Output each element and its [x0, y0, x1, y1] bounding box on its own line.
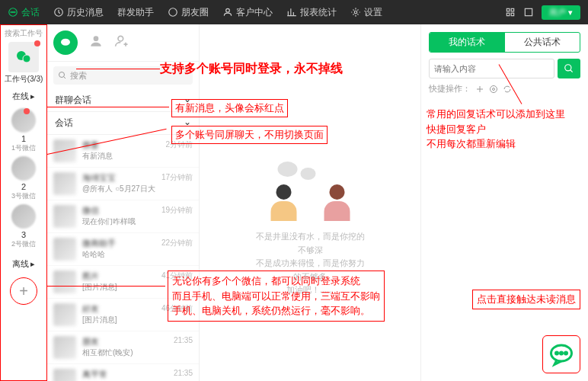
- chat-name: 微信: [82, 205, 155, 216]
- clock-icon: [53, 7, 64, 18]
- chat-preview: [图片消息]: [82, 282, 155, 293]
- chat-search-input[interactable]: 搜索: [53, 66, 193, 85]
- work-count-label: 工作号(3/3): [5, 74, 43, 85]
- svg-rect-8: [507, 8, 510, 11]
- chat-time: 41分钟前: [161, 271, 193, 293]
- nav-history[interactable]: 历史消息: [53, 6, 104, 19]
- script-panel: 我的话术 公共话术 快捷操作：: [420, 24, 588, 381]
- refresh-icon[interactable]: [503, 85, 512, 94]
- svg-rect-12: [525, 8, 532, 15]
- add-contact-icon[interactable]: [114, 34, 129, 53]
- group-chat-header[interactable]: 群聊会话⌄: [47, 89, 199, 112]
- svg-rect-11: [511, 13, 514, 16]
- account-item[interactable]: 11号微信: [11, 108, 36, 153]
- chat-time: 21:35: [174, 369, 193, 381]
- chat-mode-button[interactable]: [53, 30, 78, 55]
- nav-reports[interactable]: 报表统计: [286, 6, 337, 19]
- contacts-icon[interactable]: [88, 34, 104, 53]
- quick-ops-row: 快捷操作：: [429, 83, 580, 94]
- svg-point-3: [14, 11, 15, 12]
- chat-icon: [8, 7, 18, 18]
- chat-avatar: [53, 369, 76, 381]
- empty-state-illustration: 不是井里没有水，而是你挖的不够深 不是成功来得慢，而是你努力的不够多 加油吧！.…: [255, 162, 366, 297]
- chat-name: 海绵宝宝: [82, 172, 155, 184]
- nav-moments[interactable]: 朋友圈: [168, 6, 209, 19]
- search-icon: [564, 63, 574, 74]
- account-sidebar: 搜索工作号 工作号(3/3) 在线 ▸ 11号微信23号微信32号微信 离线 ▸…: [0, 24, 47, 381]
- chat-item[interactable]: 好友[图片消息]46分钟前: [47, 299, 199, 331]
- top-navbar: 会话 历史消息 群发助手 朋友圈 客户中心 报表统计 设置 用户 ▾: [0, 0, 588, 24]
- add-icon[interactable]: [475, 85, 484, 94]
- chat-name: 图片: [82, 271, 155, 282]
- nav-session[interactable]: 会话: [8, 6, 40, 19]
- chat-name: 离平常: [82, 369, 168, 380]
- settings-icon[interactable]: [489, 85, 498, 94]
- chat-avatar: [53, 238, 76, 261]
- notification-dot: [24, 108, 30, 114]
- chevron-down-icon: ⌄: [184, 94, 191, 107]
- chat-avatar: [53, 205, 76, 228]
- account-avatar: [11, 204, 36, 229]
- chat-preview: 现在你们咋样哦: [82, 216, 155, 227]
- tab-public-scripts[interactable]: 公共话术: [505, 33, 580, 52]
- search-icon: [58, 71, 67, 80]
- online-section[interactable]: 在线 ▸: [12, 91, 35, 102]
- chat-preview: [图片消息]: [82, 315, 155, 325]
- add-account-button[interactable]: +: [10, 277, 37, 305]
- account-label: 3号微信: [11, 191, 36, 201]
- chat-name: 撩妻: [82, 139, 159, 151]
- account-number: 1: [21, 134, 26, 143]
- chat-time: 2分钟前: [165, 139, 193, 162]
- chat-item[interactable]: 撩妻有新消息2分钟前: [47, 135, 199, 168]
- chat-item[interactable]: 图片[图片消息]41分钟前: [47, 266, 199, 299]
- account-item[interactable]: 23号微信: [11, 156, 36, 201]
- chat-item[interactable]: 海绵宝宝@所有人 ○5月27日大...17分钟前: [47, 168, 199, 200]
- chat-name: 微商助手: [82, 238, 155, 249]
- svg-point-15: [61, 39, 70, 46]
- speech-icon: [59, 36, 72, 50]
- nav-customer[interactable]: 客户中心: [222, 6, 273, 19]
- search-worknum-label: 搜索工作号: [5, 28, 43, 39]
- account-avatar: [11, 156, 36, 181]
- svg-rect-9: [511, 8, 514, 11]
- svg-point-1: [11, 11, 11, 12]
- chat-list: 撩妻有新消息2分钟前海绵宝宝@所有人 ○5月27日大...17分钟前微信现在你们…: [47, 135, 199, 381]
- svg-point-7: [354, 11, 357, 14]
- offline-section[interactable]: 离线 ▸: [12, 258, 35, 270]
- chat-time: 21:35: [174, 336, 193, 359]
- chat-time: 17分钟前: [161, 172, 193, 195]
- script-search-input[interactable]: [429, 59, 554, 78]
- grid-icon[interactable]: [505, 7, 516, 18]
- account-label: 1号微信: [11, 143, 36, 153]
- account-item[interactable]: 32号微信: [11, 204, 36, 249]
- nav-settings[interactable]: 设置: [350, 6, 382, 19]
- svg-rect-10: [507, 13, 510, 16]
- session-header[interactable]: 会话⌄: [47, 112, 199, 135]
- chat-preview: @所有人 ○5月27日大...: [82, 184, 155, 194]
- nav-groupsend[interactable]: 群发助手: [117, 6, 154, 19]
- topbar-right: 用户 ▾: [505, 5, 580, 20]
- svg-point-21: [491, 85, 497, 92]
- moments-icon: [168, 7, 178, 18]
- notification-dot: [34, 40, 40, 46]
- chat-name: 好友: [82, 303, 155, 315]
- user-badge[interactable]: 用户 ▾: [542, 5, 580, 20]
- account-label: 2号微信: [11, 239, 36, 249]
- chat-item[interactable]: 朋友相互都忙(晚安)21:35: [47, 331, 199, 364]
- user-icon: [222, 7, 233, 18]
- chat-item[interactable]: 微商助手哈哈哈22分钟前: [47, 233, 199, 266]
- script-search-button[interactable]: [558, 59, 580, 78]
- account-number: 3: [21, 230, 26, 239]
- chat-time: 46分钟前: [161, 303, 193, 326]
- svg-point-25: [565, 352, 567, 354]
- chat-time: 22分钟前: [161, 238, 193, 261]
- chat-item[interactable]: 微信现在你们咋样哦19分钟前: [47, 200, 199, 233]
- expand-icon[interactable]: [523, 7, 534, 18]
- script-tabs: 我的话术 公共话术: [429, 32, 580, 53]
- unread-float-button[interactable]: [542, 335, 580, 373]
- chat-item[interactable]: 离平常[表情]21:35: [47, 364, 199, 381]
- gear-icon: [350, 7, 361, 18]
- tab-my-scripts[interactable]: 我的话术: [430, 33, 505, 52]
- account-number: 2: [21, 182, 26, 191]
- work-account-icon[interactable]: [8, 42, 39, 72]
